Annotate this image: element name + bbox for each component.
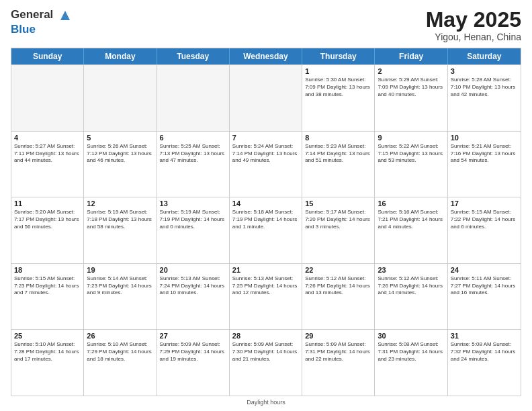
calendar-cell-4-1: 18Sunrise: 5:15 AM Sunset: 7:23 PM Dayli… [11, 264, 84, 330]
calendar-cell-3-5: 15Sunrise: 5:17 AM Sunset: 7:20 PM Dayli… [302, 197, 375, 263]
day-number: 19 [87, 266, 153, 274]
cell-info: Sunrise: 5:30 AM Sunset: 7:09 PM Dayligh… [305, 77, 371, 98]
header: General Blue May 2025 Yigou, Henan, Chin… [11, 8, 521, 42]
day-number: 8 [305, 134, 371, 142]
calendar-cell-5-1: 25Sunrise: 5:10 AM Sunset: 7:28 PM Dayli… [11, 330, 84, 396]
calendar: SundayMondayTuesdayWednesdayThursdayFrid… [11, 48, 521, 396]
calendar-cell-3-7: 17Sunrise: 5:15 AM Sunset: 7:22 PM Dayli… [448, 197, 521, 263]
calendar-week-2: 4Sunrise: 5:27 AM Sunset: 7:11 PM Daylig… [11, 131, 521, 197]
cell-info: Sunrise: 5:19 AM Sunset: 7:19 PM Dayligh… [160, 209, 226, 230]
weekday-header-saturday: Saturday [448, 48, 521, 64]
day-number: 14 [232, 199, 299, 208]
calendar-title: May 2025 [426, 8, 521, 32]
logo-general: General [11, 8, 73, 23]
day-number: 28 [232, 332, 299, 340]
logo-icon [58, 8, 73, 23]
calendar-cell-4-2: 19Sunrise: 5:14 AM Sunset: 7:23 PM Dayli… [84, 264, 157, 330]
weekday-header-friday: Friday [375, 48, 447, 64]
weekday-header-monday: Monday [84, 48, 157, 64]
calendar-cell-3-4: 14Sunrise: 5:18 AM Sunset: 7:19 PM Dayli… [230, 197, 302, 263]
day-number: 13 [160, 199, 226, 208]
logo-blue: Blue [11, 23, 73, 36]
calendar-cell-2-7: 10Sunrise: 5:21 AM Sunset: 7:16 PM Dayli… [448, 132, 521, 197]
calendar-cell-5-5: 29Sunrise: 5:09 AM Sunset: 7:31 PM Dayli… [302, 330, 375, 396]
cell-info: Sunrise: 5:09 AM Sunset: 7:29 PM Dayligh… [160, 341, 226, 363]
cell-info: Sunrise: 5:20 AM Sunset: 7:17 PM Dayligh… [14, 209, 81, 230]
calendar-cell-1-6: 2Sunrise: 5:29 AM Sunset: 7:09 PM Daylig… [375, 65, 447, 131]
day-number: 16 [378, 199, 444, 208]
cell-info: Sunrise: 5:22 AM Sunset: 7:15 PM Dayligh… [378, 143, 444, 165]
cell-info: Sunrise: 5:11 AM Sunset: 7:27 PM Dayligh… [451, 275, 518, 297]
page: General Blue May 2025 Yigou, Henan, Chin… [0, 0, 532, 411]
cell-info: Sunrise: 5:10 AM Sunset: 7:29 PM Dayligh… [87, 341, 153, 363]
cell-info: Sunrise: 5:09 AM Sunset: 7:30 PM Dayligh… [232, 341, 299, 363]
cell-info: Sunrise: 5:10 AM Sunset: 7:28 PM Dayligh… [14, 341, 81, 363]
day-number: 2 [378, 67, 444, 75]
day-number: 9 [378, 134, 444, 142]
cell-info: Sunrise: 5:16 AM Sunset: 7:21 PM Dayligh… [378, 209, 444, 230]
svg-marker-0 [60, 11, 70, 20]
cell-info: Sunrise: 5:12 AM Sunset: 7:26 PM Dayligh… [305, 275, 371, 297]
logo: General Blue [11, 8, 73, 36]
calendar-subtitle: Yigou, Henan, China [426, 32, 521, 42]
calendar-cell-2-1: 4Sunrise: 5:27 AM Sunset: 7:11 PM Daylig… [11, 132, 84, 197]
calendar-cell-1-2 [84, 65, 157, 131]
calendar-cell-3-1: 11Sunrise: 5:20 AM Sunset: 7:17 PM Dayli… [11, 197, 84, 263]
calendar-cell-2-6: 9Sunrise: 5:22 AM Sunset: 7:15 PM Daylig… [375, 132, 447, 197]
calendar-cell-2-5: 8Sunrise: 5:23 AM Sunset: 7:14 PM Daylig… [302, 132, 375, 197]
weekday-header-wednesday: Wednesday [230, 48, 302, 64]
cell-info: Sunrise: 5:13 AM Sunset: 7:25 PM Dayligh… [232, 275, 299, 297]
cell-info: Sunrise: 5:12 AM Sunset: 7:26 PM Dayligh… [378, 275, 444, 297]
calendar-cell-5-6: 30Sunrise: 5:08 AM Sunset: 7:31 PM Dayli… [375, 330, 447, 396]
cell-info: Sunrise: 5:24 AM Sunset: 7:14 PM Dayligh… [232, 143, 299, 165]
day-number: 23 [378, 266, 444, 274]
day-number: 5 [87, 134, 153, 142]
cell-info: Sunrise: 5:23 AM Sunset: 7:14 PM Dayligh… [305, 143, 371, 165]
calendar-cell-4-6: 23Sunrise: 5:12 AM Sunset: 7:26 PM Dayli… [375, 264, 447, 330]
day-number: 17 [451, 199, 518, 208]
calendar-cell-4-7: 24Sunrise: 5:11 AM Sunset: 7:27 PM Dayli… [448, 264, 521, 330]
day-number: 10 [451, 134, 518, 142]
calendar-cell-3-6: 16Sunrise: 5:16 AM Sunset: 7:21 PM Dayli… [375, 197, 447, 263]
calendar-cell-5-3: 27Sunrise: 5:09 AM Sunset: 7:29 PM Dayli… [157, 330, 230, 396]
day-number: 3 [451, 67, 518, 75]
calendar-week-1: 1Sunrise: 5:30 AM Sunset: 7:09 PM Daylig… [11, 64, 521, 131]
calendar-cell-3-3: 13Sunrise: 5:19 AM Sunset: 7:19 PM Dayli… [157, 197, 230, 263]
calendar-cell-5-2: 26Sunrise: 5:10 AM Sunset: 7:29 PM Dayli… [84, 330, 157, 396]
cell-info: Sunrise: 5:15 AM Sunset: 7:22 PM Dayligh… [451, 209, 518, 230]
day-number: 26 [87, 332, 153, 340]
calendar-cell-4-4: 21Sunrise: 5:13 AM Sunset: 7:25 PM Dayli… [230, 264, 302, 330]
calendar-cell-4-3: 20Sunrise: 5:13 AM Sunset: 7:24 PM Dayli… [157, 264, 230, 330]
day-number: 25 [14, 332, 81, 340]
calendar-week-4: 18Sunrise: 5:15 AM Sunset: 7:23 PM Dayli… [11, 263, 521, 330]
cell-info: Sunrise: 5:14 AM Sunset: 7:23 PM Dayligh… [87, 275, 153, 297]
cell-info: Sunrise: 5:29 AM Sunset: 7:09 PM Dayligh… [378, 77, 444, 98]
footer-note: Daylight hours [11, 399, 521, 406]
calendar-week-5: 25Sunrise: 5:10 AM Sunset: 7:28 PM Dayli… [11, 329, 521, 396]
cell-info: Sunrise: 5:21 AM Sunset: 7:16 PM Dayligh… [451, 143, 518, 165]
weekday-header-tuesday: Tuesday [157, 48, 230, 64]
calendar-cell-4-5: 22Sunrise: 5:12 AM Sunset: 7:26 PM Dayli… [302, 264, 375, 330]
cell-info: Sunrise: 5:18 AM Sunset: 7:19 PM Dayligh… [232, 209, 299, 230]
cell-info: Sunrise: 5:27 AM Sunset: 7:11 PM Dayligh… [14, 143, 81, 165]
weekday-header-sunday: Sunday [11, 48, 84, 64]
cell-info: Sunrise: 5:19 AM Sunset: 7:18 PM Dayligh… [87, 209, 153, 230]
cell-info: Sunrise: 5:08 AM Sunset: 7:31 PM Dayligh… [378, 341, 444, 363]
day-number: 31 [451, 332, 518, 340]
title-block: May 2025 Yigou, Henan, China [426, 8, 521, 42]
cell-info: Sunrise: 5:13 AM Sunset: 7:24 PM Dayligh… [160, 275, 226, 297]
day-number: 12 [87, 199, 153, 208]
day-number: 21 [232, 266, 299, 274]
calendar-cell-1-7: 3Sunrise: 5:28 AM Sunset: 7:10 PM Daylig… [448, 65, 521, 131]
cell-info: Sunrise: 5:25 AM Sunset: 7:13 PM Dayligh… [160, 143, 226, 165]
day-number: 6 [160, 134, 226, 142]
day-number: 4 [14, 134, 81, 142]
cell-info: Sunrise: 5:28 AM Sunset: 7:10 PM Dayligh… [451, 77, 518, 98]
day-number: 27 [160, 332, 226, 340]
calendar-cell-1-1 [11, 65, 84, 131]
calendar-cell-1-3 [157, 65, 230, 131]
calendar-cell-5-7: 31Sunrise: 5:08 AM Sunset: 7:32 PM Dayli… [448, 330, 521, 396]
day-number: 11 [14, 199, 81, 208]
calendar-cell-2-4: 7Sunrise: 5:24 AM Sunset: 7:14 PM Daylig… [230, 132, 302, 197]
day-number: 1 [305, 67, 371, 75]
